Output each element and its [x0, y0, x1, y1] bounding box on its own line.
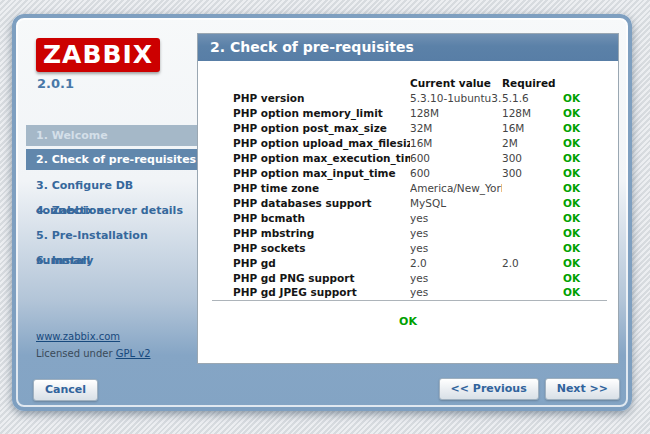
- param-required: 2.0: [502, 255, 563, 270]
- param-required: [502, 195, 563, 210]
- param-name: PHP version: [212, 90, 410, 105]
- param-name: PHP sockets: [212, 240, 410, 255]
- zabbix-site-link[interactable]: www.zabbix.com: [36, 331, 120, 342]
- param-current-value: yes: [410, 240, 502, 255]
- param-required: [502, 270, 563, 285]
- table-row: PHP databases support MySQL OK: [212, 195, 607, 210]
- step-label: 6. Install: [36, 254, 90, 267]
- param-current-value: America/New_York: [410, 180, 502, 195]
- param-status: OK: [563, 225, 607, 240]
- column-current-value: Current value: [410, 75, 502, 90]
- param-current-value: 600: [410, 150, 502, 165]
- param-status: OK: [563, 195, 607, 210]
- param-name: PHP mbstring: [212, 225, 410, 240]
- column-status: [563, 75, 607, 90]
- param-status: OK: [563, 180, 607, 195]
- param-name: PHP option max_execution_time: [212, 150, 410, 165]
- wizard-steps: 1. Welcome 2. Check of pre-requisites 3.…: [26, 125, 197, 273]
- param-required: [502, 210, 563, 225]
- column-parameter: [212, 75, 410, 90]
- prereq-table-body: PHP version 5.3.10-1ubuntu3.2 5.1.6 OK P…: [212, 90, 607, 300]
- param-name: PHP time zone: [212, 180, 410, 195]
- param-status: OK: [563, 285, 607, 300]
- param-name: PHP gd JPEG support: [212, 285, 410, 300]
- overall-status: OK: [198, 315, 618, 328]
- param-name: PHP option post_max_size: [212, 120, 410, 135]
- param-required: [502, 285, 563, 300]
- page-title: 2. Check of pre-requisites: [198, 34, 618, 61]
- param-status: OK: [563, 90, 607, 105]
- param-name: PHP gd: [212, 255, 410, 270]
- main-panel: 2. Check of pre-requisites Current value…: [197, 33, 619, 364]
- table-row: PHP option upload_max_filesize 16M 2M OK: [212, 135, 607, 150]
- previous-button[interactable]: << Previous: [439, 378, 539, 400]
- column-required: Required: [502, 75, 563, 90]
- sidebar-step: 3. Configure DB connection: [26, 173, 197, 198]
- table-row: PHP sockets yes OK: [212, 240, 607, 255]
- param-status: OK: [563, 270, 607, 285]
- param-name: PHP bcmath: [212, 210, 410, 225]
- license-text: Licensed under: [36, 348, 116, 359]
- param-name: PHP gd PNG support: [212, 270, 410, 285]
- param-required: 300: [502, 165, 563, 180]
- sidebar-step: 2. Check of pre-requisites: [26, 149, 197, 170]
- param-current-value: 2.0: [410, 255, 502, 270]
- version-label: 2.0.1: [37, 76, 74, 91]
- param-current-value: yes: [410, 225, 502, 240]
- gpl-license-link[interactable]: GPL v2: [116, 348, 151, 359]
- param-name: PHP option upload_max_filesize: [212, 135, 410, 150]
- param-status: OK: [563, 120, 607, 135]
- param-status: OK: [563, 135, 607, 150]
- table-row: PHP time zone America/New_York OK: [212, 180, 607, 195]
- param-required: [502, 240, 563, 255]
- zabbix-logo: ZABBIX: [36, 38, 160, 72]
- param-required: 5.1.6: [502, 90, 563, 105]
- param-status: OK: [563, 165, 607, 180]
- param-status: OK: [563, 210, 607, 225]
- table-row: PHP option max_execution_time 600 300 OK: [212, 150, 607, 165]
- cancel-button[interactable]: Cancel: [33, 379, 98, 401]
- param-current-value: yes: [410, 210, 502, 225]
- param-current-value: 32M: [410, 120, 502, 135]
- param-required: [502, 225, 563, 240]
- table-row: PHP mbstring yes OK: [212, 225, 607, 240]
- param-required: [502, 180, 563, 195]
- next-button[interactable]: Next >>: [545, 378, 620, 400]
- param-name: PHP databases support: [212, 195, 410, 210]
- table-header-row: Current value Required: [212, 75, 607, 90]
- param-current-value: 600: [410, 165, 502, 180]
- param-name: PHP option max_input_time: [212, 165, 410, 180]
- sidebar-step: 5. Pre-Installation summary: [26, 223, 197, 248]
- step-label: 1. Welcome: [36, 129, 108, 142]
- sidebar-step: 6. Install: [26, 248, 197, 273]
- table-row: PHP option max_input_time 600 300 OK: [212, 165, 607, 180]
- table-row: PHP version 5.3.10-1ubuntu3.2 5.1.6 OK: [212, 90, 607, 105]
- param-status: OK: [563, 105, 607, 120]
- param-required: 128M: [502, 105, 563, 120]
- step-label: 4. Zabbix server details: [36, 204, 183, 217]
- prerequisites-table: Current value Required PHP version 5.3.1…: [212, 75, 607, 301]
- sidebar-footer-links: www.zabbix.com Licensed under GPL v2: [36, 328, 151, 362]
- param-current-value: 16M: [410, 135, 502, 150]
- param-status: OK: [563, 255, 607, 270]
- table-row: PHP gd 2.0 2.0 OK: [212, 255, 607, 270]
- wizard-frame: ZABBIX 2.0.1 1. Welcome 2. Check of pre-…: [12, 14, 632, 411]
- sidebar-step: 4. Zabbix server details: [26, 198, 197, 223]
- table-row: PHP gd JPEG support yes OK: [212, 285, 607, 300]
- param-current-value: 5.3.10-1ubuntu3.2: [410, 90, 502, 105]
- param-required: 300: [502, 150, 563, 165]
- sidebar-step: 1. Welcome: [26, 125, 197, 146]
- table-row: PHP option post_max_size 32M 16M OK: [212, 120, 607, 135]
- step-label: 2. Check of pre-requisites: [36, 153, 196, 166]
- param-current-value: yes: [410, 285, 502, 300]
- param-status: OK: [563, 150, 607, 165]
- param-current-value: yes: [410, 270, 502, 285]
- table-row: PHP bcmath yes OK: [212, 210, 607, 225]
- param-status: OK: [563, 240, 607, 255]
- table-row: PHP gd PNG support yes OK: [212, 270, 607, 285]
- table-row: PHP option memory_limit 128M 128M OK: [212, 105, 607, 120]
- param-current-value: 128M: [410, 105, 502, 120]
- param-name: PHP option memory_limit: [212, 105, 410, 120]
- param-current-value: MySQL: [410, 195, 502, 210]
- param-required: 16M: [502, 120, 563, 135]
